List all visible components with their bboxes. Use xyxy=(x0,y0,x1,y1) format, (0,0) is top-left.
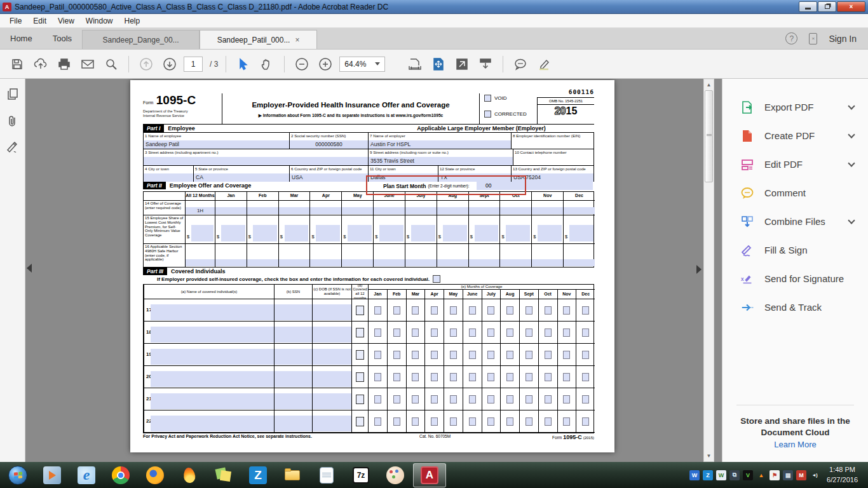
tray-mcafee-icon[interactable]: M xyxy=(796,470,806,480)
covered-month-checkbox-20-dec[interactable] xyxy=(582,373,589,381)
offer-code-field[interactable] xyxy=(469,207,500,214)
covered-month-checkbox-22-mar[interactable] xyxy=(412,417,419,426)
covered-month-checkbox-19-sept[interactable] xyxy=(526,351,532,359)
covered-month-checkbox-22-june[interactable] xyxy=(469,417,476,426)
help-icon[interactable]: ? xyxy=(785,32,797,44)
premium-field[interactable] xyxy=(538,225,562,241)
premium-field[interactable] xyxy=(316,225,340,241)
offer-code-field[interactable]: 1H xyxy=(186,207,215,214)
zoom-in-button[interactable] xyxy=(316,54,335,74)
doc-tab-patil[interactable]: Sandeep_Patil_000... × xyxy=(200,30,317,49)
covered-month-checkbox-19-feb[interactable] xyxy=(393,351,400,359)
covered-month-checkbox-22-apr[interactable] xyxy=(431,417,438,426)
covered-month-checkbox-19-dec[interactable] xyxy=(582,351,589,359)
covered-month-checkbox-20-sept[interactable] xyxy=(526,373,532,381)
premium-field[interactable] xyxy=(443,225,467,241)
covered-month-checkbox-21-sept[interactable] xyxy=(526,395,532,403)
minimize-button[interactable] xyxy=(799,1,817,12)
previous-page-button[interactable] xyxy=(137,54,156,74)
restore-button[interactable] xyxy=(818,1,836,12)
field-value-8[interactable] xyxy=(512,140,593,149)
menu-view[interactable]: View xyxy=(52,15,80,27)
safe-harbor-field[interactable] xyxy=(215,259,247,266)
covered-month-checkbox-18-feb[interactable] xyxy=(393,329,400,337)
covered-month-checkbox-21-aug[interactable] xyxy=(506,395,513,403)
tray-volume-icon[interactable]: ◄) xyxy=(810,470,820,480)
taskbar-z-app[interactable]: Z xyxy=(241,463,275,487)
scrollbar-thumb[interactable] xyxy=(705,90,713,182)
next-page-button[interactable] xyxy=(160,54,179,74)
covered-month-checkbox-19-oct[interactable] xyxy=(545,351,552,359)
tray-flag-x-icon[interactable]: ⚑ xyxy=(770,470,780,480)
premium-field[interactable] xyxy=(569,225,593,241)
covered-month-checkbox-20-june[interactable] xyxy=(469,373,476,381)
covered-month-checkbox-19-aug[interactable] xyxy=(506,351,513,359)
covered-name-field-20[interactable] xyxy=(151,371,274,387)
covered-dob-field-20[interactable] xyxy=(313,371,351,387)
field-value-1[interactable]: Sandeep Patil xyxy=(144,140,289,149)
covered-month-checkbox-17-feb[interactable] xyxy=(393,306,400,315)
covered-month-checkbox-19-may[interactable] xyxy=(450,351,457,359)
mobile-device-icon[interactable]: × xyxy=(809,33,817,44)
covered-month-checkbox-22-oct[interactable] xyxy=(545,417,552,426)
covered-ssn-field-22[interactable] xyxy=(275,416,312,431)
covered-month-checkbox-18-mar[interactable] xyxy=(412,329,419,337)
field-value-9[interactable]: 3535 Travis Street xyxy=(369,157,513,165)
covered-month-checkbox-22-aug[interactable] xyxy=(506,417,513,426)
covered-dob-field-22[interactable] xyxy=(313,416,351,431)
safe-harbor-field[interactable] xyxy=(374,259,405,266)
covered-month-checkbox-19-apr[interactable] xyxy=(431,351,438,359)
premium-field[interactable] xyxy=(506,225,530,241)
covered-month-checkbox-17-dec[interactable] xyxy=(582,306,589,315)
safe-harbor-field[interactable] xyxy=(342,259,373,266)
search-icon[interactable] xyxy=(102,54,121,74)
comment-bubble-button[interactable] xyxy=(511,54,530,74)
close-button[interactable]: × xyxy=(837,1,865,12)
covered-dob-field-19[interactable] xyxy=(313,349,351,365)
offer-code-field[interactable] xyxy=(437,207,468,214)
taskbar-paint[interactable] xyxy=(379,463,412,487)
taskbar-internet-explorer[interactable]: e xyxy=(70,463,103,487)
covered-month-checkbox-20-july[interactable] xyxy=(487,373,494,381)
safe-harbor-field[interactable] xyxy=(247,259,278,266)
select-tool-button[interactable] xyxy=(234,54,253,74)
covered-ssn-field-21[interactable] xyxy=(275,393,312,409)
covered-month-checkbox-17-apr[interactable] xyxy=(431,306,438,315)
covered-month-checkbox-21-dec[interactable] xyxy=(582,395,589,403)
menu-file[interactable]: File xyxy=(4,15,27,27)
safe-harbor-field[interactable] xyxy=(279,259,310,266)
offer-code-field[interactable] xyxy=(564,207,595,214)
offer-code-field[interactable] xyxy=(342,207,373,214)
covered-ssn-field-19[interactable] xyxy=(275,349,312,365)
plan-start-month-field[interactable]: 00 xyxy=(477,182,593,190)
covered-month-checkbox-21-oct[interactable] xyxy=(545,395,552,403)
offer-code-field[interactable] xyxy=(500,207,531,214)
signature-pen-icon[interactable] xyxy=(5,140,20,155)
covered-month-checkbox-17-mar[interactable] xyxy=(412,306,419,315)
covered-ssn-field-17[interactable] xyxy=(275,304,312,320)
menu-help[interactable]: Help xyxy=(119,15,146,27)
covered-month-checkbox-22-sept[interactable] xyxy=(526,417,532,426)
collapse-left-panel-arrow[interactable] xyxy=(27,264,32,273)
dock-toolbar-button[interactable] xyxy=(476,54,495,74)
covered-all12-checkbox-20[interactable] xyxy=(356,372,364,382)
tools-panel-item-comment[interactable]: Comment xyxy=(722,179,868,207)
covered-all12-checkbox-17[interactable] xyxy=(356,306,364,315)
premium-field[interactable] xyxy=(475,225,499,241)
offer-code-field[interactable] xyxy=(215,207,247,214)
safe-harbor-field[interactable] xyxy=(469,259,500,266)
offer-code-field[interactable] xyxy=(405,207,437,214)
covered-month-checkbox-21-may[interactable] xyxy=(450,395,457,403)
covered-month-checkbox-20-aug[interactable] xyxy=(506,373,513,381)
doc-tab-dange[interactable]: Sandeep_Dange_00... xyxy=(82,30,200,49)
covered-month-checkbox-20-may[interactable] xyxy=(450,373,457,381)
premium-field[interactable] xyxy=(285,225,309,241)
covered-dob-field-18[interactable] xyxy=(313,327,351,342)
covered-month-checkbox-18-dec[interactable] xyxy=(582,329,589,337)
learn-more-link[interactable]: Learn More xyxy=(722,440,868,449)
premium-field[interactable] xyxy=(411,225,435,241)
taskbar-seven-zip[interactable]: 7z xyxy=(344,463,377,487)
vertical-scrollbar[interactable]: ▲ ▼ xyxy=(703,79,714,462)
covered-ssn-field-18[interactable] xyxy=(275,327,312,342)
safe-harbor-field[interactable] xyxy=(564,259,595,266)
